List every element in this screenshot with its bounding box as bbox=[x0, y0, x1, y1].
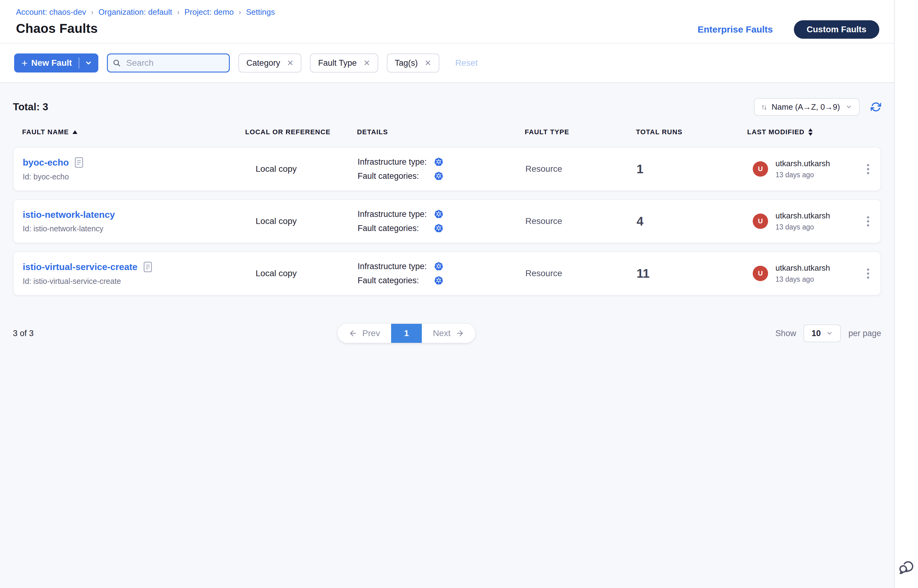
local-or-reference-value: Local copy bbox=[246, 268, 357, 278]
kubernetes-icon bbox=[434, 209, 444, 219]
page-size-dropdown[interactable]: 10 bbox=[803, 325, 841, 342]
content-area: Total: 3 ↑↓ Name (A→Z, 0→9) FAULT NAME bbox=[0, 83, 894, 588]
main-column: Account: chaos-dev › Organization: defau… bbox=[0, 0, 894, 588]
sort-ascending-icon bbox=[73, 130, 78, 134]
breadcrumb-separator: › bbox=[177, 8, 179, 16]
column-fault-type: FAULT TYPE bbox=[525, 128, 636, 136]
modified-by: utkarsh.utkarsh bbox=[776, 211, 830, 221]
pagination-range: 3 of 3 bbox=[13, 329, 154, 338]
breadcrumb-settings[interactable]: Settings bbox=[246, 7, 275, 17]
reset-filters-link[interactable]: Reset bbox=[455, 58, 478, 68]
breadcrumb-separator: › bbox=[239, 8, 241, 16]
modified-time: 13 days ago bbox=[776, 275, 830, 284]
fault-id: Id: byoc-echo bbox=[23, 172, 246, 181]
fault-list: byoc-echo Id: byoc-echo Local copy Infra… bbox=[13, 147, 881, 296]
row-menu-button[interactable] bbox=[863, 265, 873, 282]
breadcrumb-organization[interactable]: Organization: default bbox=[98, 7, 172, 17]
show-label: Show bbox=[776, 329, 796, 338]
toolbar: + New Fault Category ✕ Fault Type ✕ Tag( bbox=[0, 44, 894, 83]
filter-chip-tags[interactable]: Tag(s) ✕ bbox=[387, 53, 440, 73]
remove-fault-type-filter-icon[interactable]: ✕ bbox=[364, 59, 370, 67]
breadcrumb: Account: chaos-dev › Organization: defau… bbox=[16, 7, 275, 17]
chevron-down-icon[interactable] bbox=[85, 59, 92, 67]
modified-by: utkarsh.utkarsh bbox=[776, 159, 830, 168]
new-fault-button[interactable]: + New Fault bbox=[14, 53, 98, 73]
chat-bubbles-icon bbox=[898, 559, 915, 576]
chevron-down-icon bbox=[845, 103, 852, 110]
table-row[interactable]: istio-network-latency Id: istio-network-… bbox=[13, 199, 881, 243]
remove-category-filter-icon[interactable]: ✕ bbox=[287, 59, 294, 67]
total-count: Total: 3 bbox=[13, 101, 48, 113]
modified-by: utkarsh.utkarsh bbox=[776, 263, 830, 273]
modified-time: 13 days ago bbox=[776, 223, 830, 231]
sort-arrows-icon: ↑↓ bbox=[761, 103, 766, 111]
column-last-modified[interactable]: LAST MODIFIED bbox=[747, 128, 855, 136]
page-header: Account: chaos-dev › Organization: defau… bbox=[0, 0, 894, 44]
fault-name-link[interactable]: istio-network-latency bbox=[23, 210, 115, 220]
kubernetes-icon bbox=[434, 262, 444, 271]
fault-id: Id: istio-virtual-service-create bbox=[23, 277, 246, 286]
avatar: U bbox=[753, 213, 768, 229]
manifest-doc-icon[interactable] bbox=[143, 262, 152, 273]
page-title: Chaos Faults bbox=[16, 21, 275, 36]
fault-type-value: Resource bbox=[525, 216, 637, 226]
arrow-right-icon bbox=[456, 329, 464, 338]
total-runs-value: 1 bbox=[637, 162, 748, 176]
local-or-reference-value: Local copy bbox=[246, 164, 357, 174]
row-menu-button[interactable] bbox=[863, 213, 873, 230]
pager: Prev 1 Next bbox=[338, 324, 475, 343]
fault-type-value: Resource bbox=[525, 164, 637, 174]
kubernetes-icon bbox=[434, 171, 444, 181]
chevron-down-icon bbox=[826, 330, 833, 337]
remove-tags-filter-icon[interactable]: ✕ bbox=[425, 59, 432, 67]
sort-dropdown[interactable]: ↑↓ Name (A→Z, 0→9) bbox=[754, 98, 860, 116]
breadcrumb-project[interactable]: Project: demo bbox=[184, 7, 233, 17]
enterprise-faults-link[interactable]: Enterprise Faults bbox=[697, 24, 773, 35]
table-row[interactable]: byoc-echo Id: byoc-echo Local copy Infra… bbox=[13, 147, 881, 191]
arrow-left-icon bbox=[349, 329, 357, 338]
avatar: U bbox=[753, 266, 768, 281]
filter-chip-fault-type[interactable]: Fault Type ✕ bbox=[310, 53, 378, 73]
plus-icon: + bbox=[21, 58, 27, 68]
table-header: FAULT NAME LOCAL OR REFERENCE DETAILS FA… bbox=[13, 126, 881, 138]
column-total-runs: TOTAL RUNS bbox=[636, 128, 747, 136]
sort-both-icon bbox=[808, 128, 813, 136]
breadcrumb-separator: › bbox=[91, 8, 94, 16]
refresh-icon bbox=[871, 102, 881, 112]
next-page-button[interactable]: Next bbox=[422, 324, 475, 343]
row-menu-button[interactable] bbox=[863, 160, 873, 178]
fault-id: Id: istio-network-latency bbox=[23, 224, 246, 233]
column-fault-name[interactable]: FAULT NAME bbox=[22, 128, 245, 136]
chaos-faults-page: Account: chaos-dev › Organization: defau… bbox=[0, 0, 918, 588]
prev-page-button[interactable]: Prev bbox=[338, 324, 391, 343]
table-row[interactable]: istio-virtual-service-create Id: istio-v… bbox=[13, 251, 881, 296]
filter-chip-category[interactable]: Category ✕ bbox=[238, 53, 301, 73]
column-local-or-reference: LOCAL OR REFERENCE bbox=[245, 128, 357, 136]
right-rail bbox=[894, 0, 918, 588]
search-icon bbox=[112, 58, 121, 70]
chat-help-button[interactable] bbox=[898, 559, 916, 577]
refresh-button[interactable] bbox=[871, 102, 881, 112]
avatar: U bbox=[753, 161, 768, 177]
page-1-button[interactable]: 1 bbox=[391, 324, 422, 343]
kubernetes-icon bbox=[434, 223, 444, 233]
kubernetes-icon bbox=[434, 157, 444, 167]
search-input[interactable] bbox=[107, 53, 230, 73]
breadcrumb-account[interactable]: Account: chaos-dev bbox=[16, 7, 86, 17]
pagination-bar: 3 of 3 Prev 1 Next bbox=[13, 324, 881, 343]
total-runs-value: 11 bbox=[637, 267, 748, 281]
local-or-reference-value: Local copy bbox=[246, 216, 357, 226]
modified-time: 13 days ago bbox=[776, 171, 830, 179]
fault-name-link[interactable]: byoc-echo bbox=[23, 157, 69, 168]
manifest-doc-icon[interactable] bbox=[74, 157, 84, 168]
column-details: DETAILS bbox=[357, 128, 525, 136]
total-runs-value: 4 bbox=[637, 215, 748, 228]
fault-name-link[interactable]: istio-virtual-service-create bbox=[23, 262, 137, 272]
fault-type-value: Resource bbox=[525, 268, 637, 278]
kubernetes-icon bbox=[434, 276, 444, 285]
custom-faults-button[interactable]: Custom Faults bbox=[794, 20, 879, 39]
per-page-label: per page bbox=[848, 329, 881, 338]
